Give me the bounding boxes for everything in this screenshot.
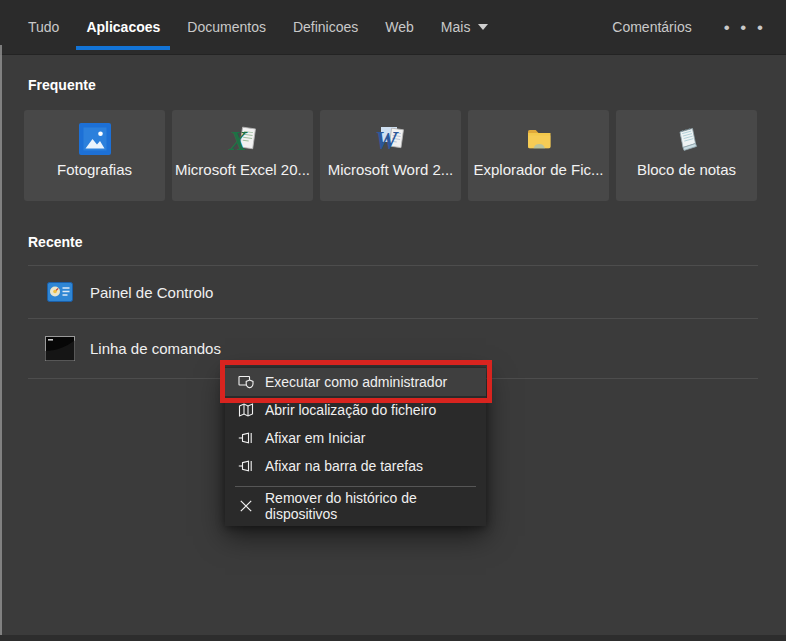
file-location-icon [238,402,254,418]
menu-item-open-file-location[interactable]: Abrir localização do ficheiro [225,396,486,424]
list-item-label: Linha de comandos [90,340,221,357]
recent-list: Painel de Controlo Linha de comandos [0,265,786,379]
tab-label: Tudo [28,19,59,35]
recent-section-title: Recente [28,234,786,250]
menu-item-label: Executar como administrador [265,374,447,390]
feedback-button[interactable]: Comentários [612,19,691,35]
chevron-down-icon [478,24,488,30]
tile-file-explorer[interactable]: Explorador de Fic... [468,110,609,201]
tile-word[interactable]: W Microsoft Word 2... [320,110,461,201]
search-filter-bar: Tudo Aplicacoes Documentos Definicoes We… [0,0,786,55]
remove-icon [238,498,254,514]
menu-item-run-as-admin[interactable]: Executar como administrador [225,368,486,396]
tile-label: Explorador de Fic... [473,161,603,178]
tile-excel[interactable]: X Microsoft Excel 20... [172,110,313,201]
list-item-painel-de-controlo[interactable]: Painel de Controlo [0,266,786,318]
tab-tudo[interactable]: Tudo [18,0,69,54]
tile-label: Microsoft Excel 20... [175,161,310,178]
excel-icon: X [227,123,259,155]
tab-mais-dropdown[interactable]: Mais [431,0,499,54]
tile-notepad[interactable]: Bloco de notas [616,110,757,201]
tab-web[interactable]: Web [375,0,424,54]
tile-label: Microsoft Word 2... [328,161,454,178]
tab-documentos[interactable]: Documentos [177,0,276,54]
file-explorer-icon [523,123,555,155]
window-left-edge [0,45,2,635]
frequent-tiles: Fotografias X Microsoft Excel 20... W [24,110,786,201]
menu-divider [235,486,476,487]
menu-item-label: Afixar na barra de tarefas [265,458,423,474]
word-icon: W [375,123,407,155]
tile-label: Fotografias [57,161,132,178]
photos-icon [79,123,111,155]
tab-label: Documentos [187,19,266,35]
svg-text:X: X [228,126,248,155]
pin-icon [238,458,254,474]
context-menu: Executar como administrador Abrir locali… [225,367,486,526]
topbar-right-group: Comentários • • • [612,0,786,54]
menu-item-label: Abrir localização do ficheiro [265,402,436,418]
menu-item-label: Afixar em Iniciar [265,430,365,446]
tab-label: Aplicacoes [86,19,160,35]
tab-label: Mais [441,19,471,35]
frequent-section-title: Frequente [28,77,786,93]
tile-fotografias[interactable]: Fotografias [24,110,165,201]
menu-item-pin-to-start[interactable]: Afixar em Iniciar [225,424,486,452]
notepad-icon [671,123,703,155]
tab-aplicacoes[interactable]: Aplicacoes [76,0,170,54]
menu-item-remove-from-history[interactable]: Remover do histórico de dispositivos [225,492,486,520]
svg-text:W: W [375,127,399,154]
pin-icon [238,430,254,446]
tile-label: Bloco de notas [637,161,736,178]
command-prompt-icon [45,336,75,361]
active-tab-underline [76,46,170,50]
windows-search-panel: Tudo Aplicacoes Documentos Definicoes We… [0,0,786,641]
ellipsis-icon[interactable]: • • • [724,19,766,36]
run-as-admin-icon [238,374,254,390]
menu-item-pin-to-taskbar[interactable]: Afixar na barra de tarefas [225,452,486,480]
tab-definicoes[interactable]: Definicoes [283,0,368,54]
list-item-label: Painel de Controlo [90,284,213,301]
tab-label: Definicoes [293,19,358,35]
window-bottom-edge [0,635,786,641]
tab-label: Web [385,19,414,35]
menu-item-label: Remover do histórico de dispositivos [265,490,486,522]
control-panel-icon [45,282,75,302]
